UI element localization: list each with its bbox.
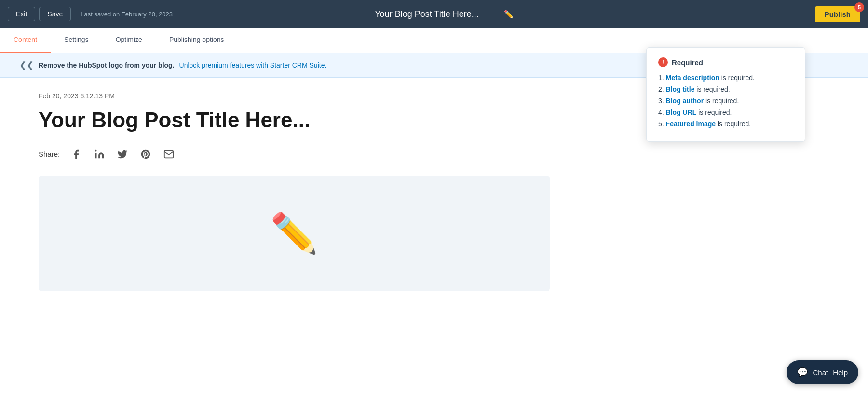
- pencil-illustration: ✏️: [270, 211, 318, 256]
- chat-icon: 💬: [797, 367, 808, 378]
- publish-badge: 5: [854, 2, 864, 12]
- top-bar-left: Exit Save Last saved on February 20, 202…: [8, 7, 173, 21]
- publish-button[interactable]: Publish 5: [815, 6, 860, 22]
- featured-image-placeholder: ✏️: [39, 176, 550, 291]
- nav-item-optimize[interactable]: Optimize: [102, 28, 156, 53]
- pinterest-icon[interactable]: [139, 148, 152, 161]
- share-label: Share:: [39, 150, 60, 158]
- list-item: Meta description is required.: [658, 74, 793, 82]
- svg-point-0: [95, 150, 97, 152]
- featured-image-link[interactable]: Featured image: [666, 120, 716, 128]
- nav-item-settings[interactable]: Settings: [51, 28, 102, 53]
- blog-title-link[interactable]: Blog title: [666, 85, 695, 93]
- email-icon[interactable]: [162, 148, 176, 161]
- chevron-left-icon[interactable]: ❮❮: [19, 60, 34, 70]
- nav-item-content[interactable]: Content: [0, 28, 51, 53]
- chat-label: Chat: [813, 368, 828, 377]
- list-item: Blog URL is required.: [658, 109, 793, 116]
- save-button[interactable]: Save: [39, 7, 71, 21]
- share-row: Share:: [39, 148, 829, 161]
- banner-main-text: Remove the HubSpot logo from your blog.: [39, 61, 175, 69]
- required-header: ! Required: [658, 57, 793, 67]
- required-list: Meta description is required. Blog title…: [658, 74, 793, 128]
- list-item: Featured image is required.: [658, 120, 793, 128]
- banner-upgrade-link[interactable]: Unlock premium features with Starter CRM…: [179, 61, 327, 69]
- required-dot-icon: !: [658, 57, 668, 67]
- required-panel: ! Required Meta description is required.…: [646, 47, 805, 142]
- linkedin-icon[interactable]: [93, 148, 106, 161]
- edit-icon[interactable]: ✏️: [504, 10, 514, 19]
- twitter-icon[interactable]: [116, 148, 129, 161]
- nav-item-publishing-options[interactable]: Publishing options: [156, 28, 238, 53]
- top-bar: Exit Save Last saved on February 20, 202…: [0, 0, 868, 28]
- facebook-icon[interactable]: [69, 148, 83, 161]
- blog-author-link[interactable]: Blog author: [666, 97, 704, 105]
- list-item: Blog author is required.: [658, 97, 793, 105]
- top-bar-right: Publish 5: [815, 6, 860, 22]
- post-title-input[interactable]: [354, 9, 499, 19]
- chat-button[interactable]: 💬 Chat Help: [787, 360, 858, 384]
- meta-description-link[interactable]: Meta description: [666, 74, 719, 82]
- help-label: Help: [833, 368, 848, 377]
- exit-button[interactable]: Exit: [8, 7, 35, 21]
- required-title: Required: [672, 58, 703, 67]
- last-saved-text: Last saved on February 20, 2023: [81, 11, 173, 18]
- top-bar-center: ✏️: [354, 9, 514, 19]
- blog-url-link[interactable]: Blog URL: [666, 109, 697, 116]
- list-item: Blog title is required.: [658, 85, 793, 93]
